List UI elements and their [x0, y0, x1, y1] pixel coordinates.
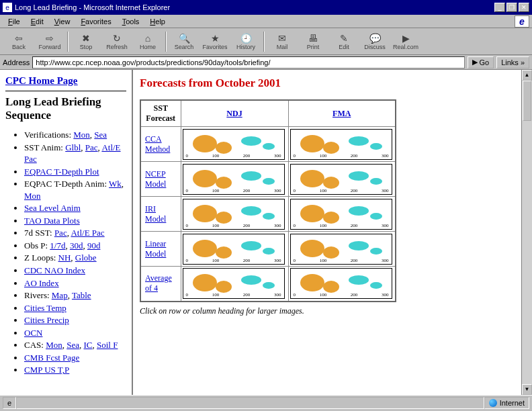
sidebar-item: EQPAC T-Depth Anim: Wk, Mon	[24, 178, 126, 201]
forecast-map-thumb[interactable]: 0100200300	[183, 164, 285, 195]
sidebar-link[interactable]: AO Index	[24, 278, 59, 288]
table-corner: SST Forecast	[140, 100, 181, 127]
status-text	[16, 397, 484, 409]
sidebar-item-label: Obs P:	[24, 240, 50, 250]
history-button[interactable]: 🕘History	[231, 30, 261, 54]
sidebar-link[interactable]: 1/7d	[50, 240, 65, 250]
sidebar-link[interactable]: Glbl	[65, 142, 81, 152]
forward-icon: ⇨	[46, 33, 54, 44]
forecast-map-thumb[interactable]: 0100200300	[183, 129, 285, 160]
sidebar-link[interactable]: Mon	[46, 340, 62, 350]
sidebar-link[interactable]: CMB Fcst Page	[24, 353, 79, 363]
sidebar-link[interactable]: Wk	[109, 179, 122, 189]
refresh-icon: ↻	[113, 33, 121, 44]
forecast-map-thumb[interactable]: 0100200300	[290, 164, 392, 195]
sidebar-item: OCN	[24, 327, 126, 339]
print-icon: 🖶	[308, 33, 318, 44]
search-button[interactable]: 🔍Search	[169, 30, 199, 54]
forecast-map-thumb[interactable]: 0100200300	[290, 234, 392, 265]
col-heading-link[interactable]: NDJ	[226, 109, 242, 118]
col-heading-link[interactable]: FMA	[332, 109, 351, 118]
sidebar-link[interactable]: Sea	[66, 340, 79, 350]
scroll-up-icon[interactable]: ▲	[522, 70, 532, 81]
address-bar: Address ▶ Go Links »	[0, 55, 532, 70]
cpc-home-link[interactable]: CPC Home Page	[5, 75, 77, 86]
row-heading-link[interactable]: IRI Model	[145, 204, 166, 224]
address-label: Address	[3, 58, 30, 66]
edit-button[interactable]: ✎Edit	[329, 30, 359, 54]
sidebar-link[interactable]: Atl/E Pac	[71, 228, 104, 238]
back-button[interactable]: ⇦Back	[4, 30, 34, 54]
sidebar: CPC Home Page Long Lead Briefing Sequenc…	[0, 70, 133, 395]
sidebar-link[interactable]: 90d	[87, 240, 101, 250]
realcom-button[interactable]: ▶Real.com	[391, 30, 420, 54]
sidebar-link[interactable]: TAO Data Plots	[24, 216, 80, 226]
links-button[interactable]: Links »	[496, 56, 529, 68]
status-bar: e Internet	[0, 395, 532, 410]
sidebar-link[interactable]: NH	[58, 253, 71, 263]
stop-icon: ✖	[82, 33, 90, 44]
stop-button[interactable]: ✖Stop	[71, 30, 101, 54]
sidebar-item-label: 7d SST:	[24, 228, 54, 238]
menu-edit[interactable]: Edit	[26, 16, 49, 27]
sidebar-link[interactable]: Map	[52, 290, 68, 300]
sidebar-link[interactable]: Cities Temp	[24, 303, 66, 313]
sidebar-link[interactable]: Cities Precip	[24, 315, 69, 325]
sidebar-link[interactable]: Globe	[75, 253, 97, 263]
row-heading-link[interactable]: Linear Model	[145, 239, 166, 259]
sidebar-link[interactable]: Mon	[73, 130, 90, 140]
forecast-map-thumb[interactable]: 0100200300	[290, 129, 392, 160]
scroll-thumb[interactable]	[523, 81, 531, 121]
sidebar-link[interactable]: Mon	[24, 191, 41, 201]
sidebar-link[interactable]: EQPAC T-Depth Plot	[24, 167, 99, 177]
sidebar-link[interactable]: CDC NAO Index	[24, 265, 85, 275]
discuss-button[interactable]: 💬Discuss	[360, 30, 390, 54]
table-hint: Click on row or column heading for large…	[140, 306, 525, 316]
sidebar-link[interactable]: Sea	[94, 130, 107, 140]
close-button[interactable]: ✕	[519, 3, 529, 12]
toolbar: ⇦Back ⇨Forward ✖Stop ↻Refresh ⌂Home 🔍Sea…	[0, 28, 532, 55]
menu-favorites[interactable]: Favorites	[75, 16, 116, 27]
search-icon: 🔍	[179, 33, 190, 44]
scroll-down-icon[interactable]: ▼	[522, 384, 532, 395]
menu-tools[interactable]: Tools	[117, 16, 145, 27]
home-button[interactable]: ⌂Home	[133, 30, 163, 54]
sidebar-link[interactable]: Soil F	[97, 340, 118, 350]
forecast-map-thumb[interactable]: 0100200300	[183, 234, 285, 265]
sidebar-item: Rivers: Map, Table	[24, 289, 126, 302]
favorites-button[interactable]: ★Favorites	[200, 30, 230, 54]
refresh-button[interactable]: ↻Refresh	[102, 30, 132, 54]
sidebar-link[interactable]: Pac	[85, 142, 98, 152]
sidebar-item-label: SST Anim:	[24, 142, 65, 152]
maximize-button[interactable]: ❐	[506, 3, 517, 12]
sidebar-link[interactable]: Sea Level Anim	[24, 203, 81, 213]
mail-icon: ✉	[278, 33, 286, 44]
sidebar-heading: Long Lead Briefing Sequence	[5, 95, 126, 122]
menu-help[interactable]: Help	[144, 16, 171, 27]
forecast-map-thumb[interactable]: 0100200300	[290, 199, 392, 230]
mail-button[interactable]: ✉Mail	[267, 30, 297, 54]
address-input[interactable]	[32, 56, 465, 68]
sidebar-link[interactable]: Table	[72, 290, 91, 300]
sidebar-item: EQPAC T-Depth Plot	[24, 166, 126, 178]
row-heading-link[interactable]: Average of 4	[145, 273, 172, 293]
forecast-map-thumb[interactable]: 0100200300	[183, 199, 285, 230]
minimize-button[interactable]: _	[494, 3, 505, 12]
sidebar-link[interactable]: 30d	[70, 240, 83, 250]
main-pane: Forecasts from October 2001 SST Forecast…	[133, 70, 532, 395]
forecast-map-thumb[interactable]: 0100200300	[290, 268, 392, 299]
menu-view[interactable]: View	[49, 16, 76, 27]
forecast-map-thumb[interactable]: 0100200300	[183, 268, 285, 299]
menu-file[interactable]: File	[3, 16, 26, 27]
sidebar-link[interactable]: Pac	[54, 228, 67, 238]
row-heading-link[interactable]: NCEP Model	[145, 169, 166, 189]
sidebar-link[interactable]: IC	[84, 340, 93, 350]
page-title: Forecasts from October 2001	[140, 77, 525, 90]
forward-button[interactable]: ⇨Forward	[35, 30, 64, 54]
row-heading-link[interactable]: CCA Method	[145, 134, 170, 154]
print-button[interactable]: 🖶Print	[298, 30, 328, 54]
sidebar-link[interactable]: CMP US T,P	[24, 365, 69, 375]
main-scrollbar[interactable]: ▲ ▼	[521, 70, 532, 395]
sidebar-link[interactable]: OCN	[24, 328, 42, 338]
go-button[interactable]: ▶ Go	[468, 56, 494, 68]
